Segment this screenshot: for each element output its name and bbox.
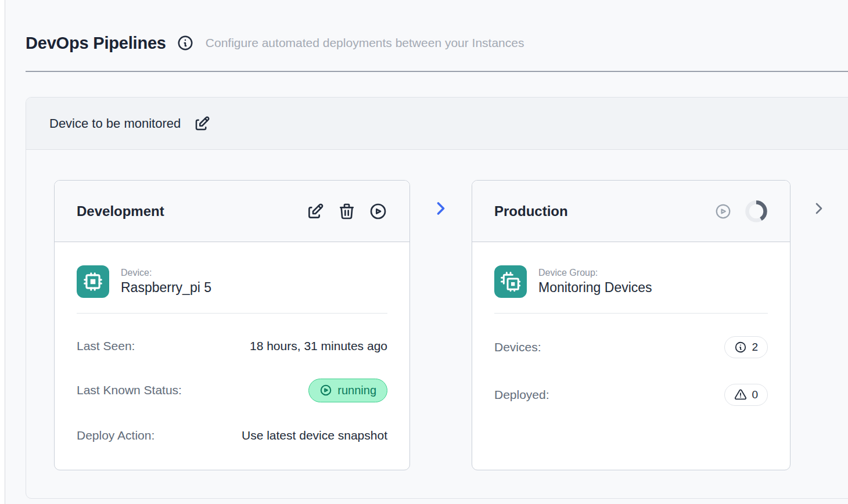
pipeline-panel-header: Device to be monitored — [26, 98, 848, 150]
device-name: Raspberry_pi 5 — [121, 280, 211, 296]
run-stage-button[interactable] — [369, 202, 387, 221]
play-circle-icon — [369, 202, 387, 221]
last-seen-label: Last Seen: — [77, 339, 135, 353]
left-rail-divider — [0, 0, 5, 504]
deployed-row: Deployed: 0 — [494, 382, 768, 408]
next-stage-button[interactable] — [810, 199, 828, 218]
production-card-body: Device Group: Monitoring Devices Devices… — [472, 242, 790, 408]
last-known-status-row: Last Known Status: running — [77, 377, 387, 403]
deploy-action-row: Deploy Action: Use latest device snapsho… — [77, 423, 387, 448]
development-card-actions — [306, 202, 387, 221]
pipeline-arrow-icon — [430, 198, 451, 219]
device-group-info: Device Group: Monitoring Devices — [538, 268, 652, 296]
info-icon[interactable] — [177, 34, 194, 52]
run-stage-button-disabled[interactable] — [714, 203, 732, 220]
device-info: Device: Raspberry_pi 5 — [121, 268, 211, 296]
deployed-count-pill[interactable]: 0 — [724, 384, 768, 406]
devices-count-pill[interactable]: 2 — [724, 336, 768, 358]
loading-spinner-icon — [745, 200, 768, 223]
pipeline-panel: Device to be monitored Development — [26, 97, 848, 499]
device-chip-icon — [77, 265, 109, 298]
development-stage-card: Development — [54, 180, 410, 470]
edit-stage-button[interactable] — [306, 202, 325, 221]
device-label: Device: — [121, 268, 211, 278]
main-content: DevOps Pipelines Configure automated dep… — [6, 0, 848, 504]
device-group-row: Device Group: Monitoring Devices — [494, 265, 768, 298]
pipeline-stages: Development — [26, 150, 848, 498]
deploy-action-label: Deploy Action: — [77, 429, 154, 442]
page-header: DevOps Pipelines Configure automated dep… — [6, 0, 848, 53]
stage-title-development: Development — [77, 203, 306, 219]
header-divider — [26, 71, 848, 72]
info-icon — [734, 341, 747, 354]
production-card-actions — [714, 200, 768, 223]
status-label: Last Known Status: — [77, 383, 182, 397]
play-circle-icon — [714, 203, 732, 220]
device-group-name: Monitoring Devices — [538, 280, 652, 296]
edit-icon — [193, 115, 211, 132]
card-divider — [494, 313, 768, 314]
alert-triangle-icon — [734, 388, 747, 401]
device-group-chips-icon — [494, 265, 527, 298]
deployed-label: Deployed: — [494, 388, 549, 402]
next-stage-zone — [790, 180, 847, 218]
development-card-header: Development — [55, 181, 409, 242]
page-title: DevOps Pipelines — [26, 33, 166, 53]
page-subtitle: Configure automated deployments between … — [206, 36, 524, 50]
trash-icon — [337, 202, 356, 221]
card-divider — [77, 313, 387, 314]
status-value: running — [337, 384, 376, 397]
production-card-header: Production — [472, 181, 790, 242]
stage-connector — [410, 180, 472, 219]
chevron-right-icon — [810, 199, 828, 218]
devices-count: 2 — [752, 341, 758, 354]
development-card-body: Device: Raspberry_pi 5 Last Seen: 18 hou… — [55, 242, 409, 448]
device-group-label: Device Group: — [538, 268, 652, 278]
status-badge: running — [308, 379, 387, 402]
play-circle-icon — [319, 384, 332, 397]
deployed-count: 0 — [752, 388, 758, 401]
last-seen-row: Last Seen: 18 hours, 31 minutes ago — [77, 333, 387, 359]
delete-stage-button[interactable] — [337, 202, 356, 221]
device-row: Device: Raspberry_pi 5 — [77, 265, 387, 298]
devices-row: Devices: 2 — [494, 334, 768, 360]
last-seen-value: 18 hours, 31 minutes ago — [250, 339, 387, 353]
panel-title: Device to be monitored — [49, 116, 181, 131]
production-stage-card: Production — [472, 180, 790, 470]
deploy-action-value: Use latest device snapshot — [242, 429, 387, 442]
stage-title-production: Production — [494, 203, 714, 219]
edit-icon — [306, 202, 325, 221]
edit-pipeline-button[interactable] — [193, 115, 211, 132]
devops-pipelines-page: DevOps Pipelines Configure automated dep… — [0, 0, 848, 504]
devices-label: Devices: — [494, 340, 541, 354]
